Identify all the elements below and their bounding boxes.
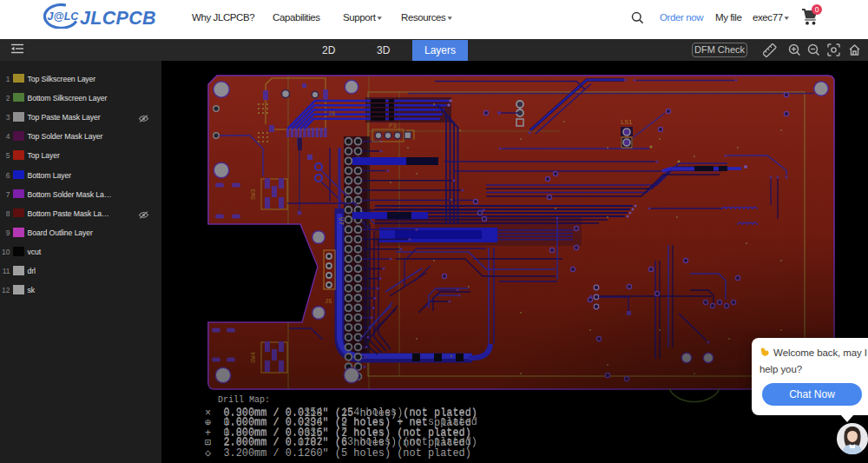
svg-text:J@LC: J@LC (48, 10, 80, 23)
svg-text:JLCPCB: JLCPCB (80, 8, 156, 29)
